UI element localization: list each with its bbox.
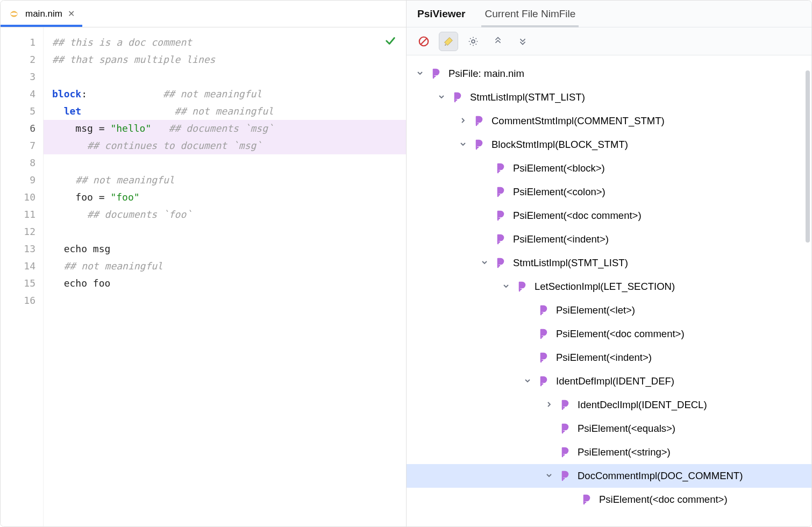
chevron-right-icon[interactable] <box>457 117 469 125</box>
psi-element-icon <box>558 469 571 482</box>
line-number: 14 <box>1 258 35 275</box>
psi-viewer-pane: PsiViewer Current File NimFile PsiFile: … <box>407 1 811 526</box>
code-area[interactable]: ## this is a doc comment## that spans mu… <box>44 27 406 526</box>
highlight-icon[interactable] <box>439 32 458 51</box>
psi-node-label: CommentStmtImpl(COMMENT_STMT) <box>492 115 665 127</box>
line-number: 10 <box>1 189 35 206</box>
psi-element-icon <box>472 138 485 151</box>
psi-element-icon <box>537 375 550 388</box>
psi-element-icon <box>494 209 507 222</box>
editor-tab-label: main.nim <box>25 9 62 19</box>
line-number: 5 <box>1 103 35 120</box>
psi-element-icon <box>494 233 507 246</box>
psi-tree-node[interactable]: PsiElement(<indent>) <box>407 227 811 251</box>
psi-tab-psiviewer[interactable]: PsiViewer <box>417 1 465 27</box>
line-number: 4 <box>1 86 35 103</box>
editor-tab-bar: main.nim ✕ <box>1 1 406 27</box>
line-number: 8 <box>1 154 35 172</box>
psi-tree-node[interactable]: PsiElement(<block>) <box>407 156 811 180</box>
chevron-down-icon[interactable] <box>414 69 426 78</box>
line-number: 6 <box>1 120 35 137</box>
psi-tree-node[interactable]: PsiFile: main.nim <box>407 62 811 86</box>
psi-toolbar <box>407 27 811 55</box>
psi-node-label: BlockStmtImpl(BLOCK_STMT) <box>492 139 628 151</box>
psi-node-label: IdentDefImpl(IDENT_DEF) <box>556 375 674 387</box>
inspection-ok-icon[interactable] <box>384 35 396 49</box>
close-tab-icon[interactable]: ✕ <box>68 9 75 19</box>
psi-element-icon <box>537 304 550 317</box>
code-line[interactable]: ## continues to document `msg` <box>44 137 406 154</box>
psi-element-icon <box>472 115 485 127</box>
line-number: 15 <box>1 275 35 292</box>
collapse-all-icon[interactable] <box>488 32 508 51</box>
code-line[interactable]: ## not meaningful <box>52 172 406 189</box>
psi-tree-node[interactable]: PsiElement(<doc comment>) <box>407 204 811 227</box>
psi-tree-node[interactable]: BlockStmtImpl(BLOCK_STMT) <box>407 133 811 156</box>
psi-element-icon <box>558 422 571 435</box>
psi-node-label: PsiElement(<doc comment>) <box>513 210 642 222</box>
code-line[interactable]: let ## not meaningful <box>52 103 406 120</box>
psi-tree-node[interactable]: PsiElement(<colon>) <box>407 180 811 204</box>
psi-node-label: PsiElement(<doc comment>) <box>599 494 728 505</box>
psi-scrollbar[interactable] <box>806 70 810 243</box>
line-number: 3 <box>1 68 35 86</box>
psi-tree-node[interactable]: CommentStmtImpl(COMMENT_STMT) <box>407 109 811 133</box>
psi-tree-node[interactable]: PsiElement(<indent>) <box>407 346 811 369</box>
psi-tree-node[interactable]: PsiElement(<doc comment>) <box>407 488 811 511</box>
psi-tree-node[interactable]: PsiElement(<equals>) <box>407 417 811 440</box>
line-number: 11 <box>1 206 35 223</box>
psi-tree-node[interactable]: LetSectionImpl(LET_SECTION) <box>407 275 811 298</box>
psi-node-label: PsiElement(<string>) <box>578 446 671 458</box>
chevron-down-icon[interactable] <box>522 377 533 386</box>
psi-tree-node[interactable]: StmtListImpl(STMT_LIST) <box>407 251 811 275</box>
code-line[interactable]: foo = "foo" <box>52 189 406 206</box>
code-line[interactable]: ## not meaningful <box>52 258 406 275</box>
block-icon[interactable] <box>414 32 433 51</box>
psi-tree-node[interactable]: PsiElement(<string>) <box>407 440 811 464</box>
code-line[interactable] <box>52 68 406 86</box>
code-line[interactable]: ## that spans multiple lines <box>52 51 406 68</box>
psi-tab-currentfile[interactable]: Current File NimFile <box>485 1 575 27</box>
psi-node-label: PsiElement(<block>) <box>513 162 605 174</box>
psi-tree[interactable]: PsiFile: main.nimStmtListImpl(STMT_LIST)… <box>407 55 811 526</box>
editor-tab-main-nim[interactable]: main.nim ✕ <box>1 1 82 27</box>
chevron-down-icon[interactable] <box>436 93 447 102</box>
code-line[interactable] <box>52 292 406 309</box>
psi-tree-node[interactable]: IdentDeclImpl(IDENT_DECL) <box>407 393 811 417</box>
line-number: 7 <box>1 137 35 154</box>
code-line[interactable] <box>52 154 406 172</box>
psi-element-icon <box>537 351 550 364</box>
code-line[interactable]: ## documents `foo` <box>52 206 406 223</box>
psi-tree-node[interactable]: PsiElement(<let>) <box>407 298 811 322</box>
chevron-down-icon[interactable] <box>479 259 490 267</box>
psi-tree-node[interactable]: DocCommentImpl(DOC_COMMENT) <box>407 464 811 488</box>
psi-element-icon <box>537 327 550 340</box>
expand-all-icon[interactable] <box>513 32 532 51</box>
code-line[interactable]: echo foo <box>52 275 406 292</box>
psi-node-label: PsiElement(<equals>) <box>578 423 675 435</box>
chevron-down-icon[interactable] <box>457 140 469 149</box>
editor-body[interactable]: 12345678910111213141516 ## this is a doc… <box>1 27 406 526</box>
psi-node-label: PsiElement(<let>) <box>556 304 635 316</box>
psi-element-icon <box>558 398 571 411</box>
chevron-down-icon[interactable] <box>543 472 555 480</box>
settings-icon[interactable] <box>464 32 483 51</box>
psi-element-icon <box>429 67 442 80</box>
code-line[interactable]: msg = "hello" ## documents `msg` <box>44 120 406 137</box>
chevron-right-icon[interactable] <box>543 401 555 409</box>
code-line[interactable]: block: ## not meaningful <box>52 86 406 103</box>
psi-element-icon <box>451 91 464 104</box>
psi-node-label: IdentDeclImpl(IDENT_DECL) <box>578 399 707 411</box>
psi-tree-node[interactable]: IdentDefImpl(IDENT_DEF) <box>407 369 811 393</box>
code-line[interactable] <box>52 223 406 240</box>
svg-line-1 <box>421 38 427 44</box>
psi-node-label: PsiElement(<doc comment>) <box>556 328 685 340</box>
psi-node-label: PsiElement(<colon>) <box>513 186 606 198</box>
code-line[interactable]: ## this is a doc comment <box>52 34 406 51</box>
psi-tree-node[interactable]: PsiElement(<doc comment>) <box>407 322 811 346</box>
psi-tree-node[interactable]: StmtListImpl(STMT_LIST) <box>407 86 811 109</box>
editor-pane: main.nim ✕ 12345678910111213141516 ## th… <box>1 1 407 526</box>
chevron-down-icon[interactable] <box>500 282 512 291</box>
psi-node-label: StmtListImpl(STMT_LIST) <box>513 257 628 269</box>
code-line[interactable]: echo msg <box>52 240 406 258</box>
